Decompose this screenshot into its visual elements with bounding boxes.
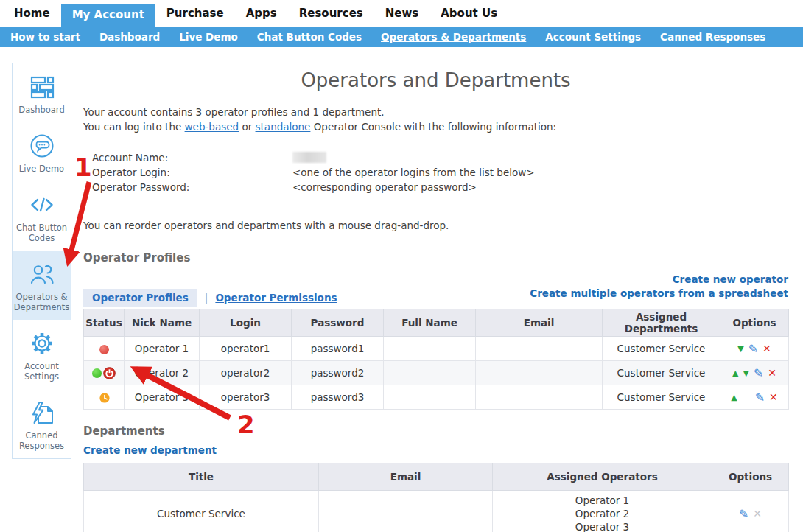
col-assigned-departments: Assigned Departments — [603, 309, 720, 337]
move-down-icon[interactable]: ▼ — [743, 368, 748, 378]
topnav-resources[interactable]: Resources — [288, 0, 374, 27]
email-cell — [476, 361, 603, 385]
move-up-icon[interactable]: ▲ — [731, 393, 737, 402]
account-sub-navigation: How to start Dashboard Live Demo Chat Bu… — [0, 27, 803, 47]
col-title: Title — [84, 463, 319, 491]
edit-icon[interactable]: ✎ — [739, 507, 748, 521]
topnav-purchase[interactable]: Purchase — [155, 0, 235, 27]
intro-text: Your account contains 3 operator profile… — [83, 105, 788, 134]
dashboard-icon — [28, 73, 56, 101]
intro-line-2: You can log into the web-based or standa… — [83, 119, 788, 134]
create-multiple-operators-link[interactable]: Create multiple operators from a spreads… — [530, 287, 788, 301]
delete-icon: ✕ — [753, 508, 762, 519]
delete-icon[interactable]: ✕ — [769, 391, 778, 403]
status-online-icon — [92, 368, 102, 378]
assigned-operator: Operator 2 — [494, 507, 711, 520]
subnav-account-settings[interactable]: Account Settings — [536, 31, 651, 43]
assigned-operator: Operator 3 — [494, 520, 711, 532]
operator-row-2[interactable]: Operator 2 operator2 password2 Customer … — [84, 361, 789, 385]
sidebar-label: Canned Responses — [14, 430, 69, 451]
department-row-1[interactable]: Customer Service Operator 1 Operator 2 O… — [84, 491, 789, 532]
subnav-dashboard[interactable]: Dashboard — [90, 31, 169, 43]
status-cell — [84, 337, 125, 361]
operator-profiles-table: Status Nick Name Login Password Full Nam… — [83, 309, 789, 410]
col-options: Options — [720, 309, 789, 337]
sidebar-item-canned-responses[interactable]: Canned Responses — [13, 389, 71, 458]
operator-table-controls: Create new operator Create multiple oper… — [83, 265, 788, 309]
status-cell — [84, 361, 125, 385]
topnav-news[interactable]: News — [374, 0, 430, 27]
operator-row-1[interactable]: Operator 1 operator1 password1 Customer … — [84, 337, 789, 361]
operator-row-3[interactable]: Operator 3 operator3 password3 Customer … — [84, 385, 789, 410]
sidebar-item-chat-button-codes[interactable]: Chat Button Codes — [13, 181, 71, 251]
topnav-my-account[interactable]: My Account — [61, 4, 155, 27]
status-away-clock-icon — [99, 393, 110, 403]
departments-table: Title Email Assigned Operators Options C… — [83, 463, 789, 532]
code-brackets-icon — [28, 191, 56, 219]
login-cell: operator3 — [200, 385, 292, 410]
sidebar-item-account-settings[interactable]: Account Settings — [13, 320, 71, 389]
col-status: Status — [84, 309, 125, 337]
topnav-home[interactable]: Home — [3, 0, 61, 27]
tab-operator-profiles[interactable]: Operator Profiles — [83, 289, 197, 307]
power-toggle-icon[interactable] — [103, 367, 116, 379]
sidebar-item-operators-departments[interactable]: Operators & Departments — [13, 251, 71, 320]
operator-password-label: Operator Password: — [92, 180, 292, 195]
sidebar-label: Operators & Departments — [14, 292, 70, 312]
operator-password-value: <corresponding operator password> — [292, 180, 477, 195]
assigned-departments-cell: Customer Service — [603, 385, 720, 410]
standalone-link[interactable]: standalone — [256, 121, 311, 133]
operator-table-header-row: Status Nick Name Login Password Full Nam… — [84, 309, 789, 337]
web-based-link[interactable]: web-based — [185, 121, 239, 133]
password-cell: password1 — [292, 337, 384, 361]
assigned-operator: Operator 1 — [494, 494, 711, 507]
live-demo-icon — [28, 132, 56, 160]
options-cell: ▲▼✎✕ — [720, 361, 789, 385]
edit-icon[interactable]: ✎ — [755, 391, 765, 405]
full-name-cell — [384, 361, 476, 385]
subnav-operators-departments[interactable]: Operators & Departments — [371, 31, 536, 43]
topnav-about-us[interactable]: About Us — [429, 0, 508, 27]
subnav-canned-responses[interactable]: Canned Responses — [651, 31, 775, 43]
edit-icon[interactable]: ✎ — [754, 366, 763, 380]
main-content: Operators and Departments Your account c… — [83, 65, 788, 532]
password-cell: password3 — [292, 385, 384, 410]
login-cell: operator2 — [200, 361, 292, 385]
create-operator-links: Create new operator Create multiple oper… — [530, 273, 788, 301]
sidebar-item-live-demo[interactable]: Live Demo — [13, 122, 71, 181]
move-down-icon[interactable]: ▼ — [737, 344, 743, 354]
subnav-how-to-start[interactable]: How to start — [1, 31, 90, 43]
operators-icon — [28, 260, 56, 288]
create-new-department-link[interactable]: Create new department — [83, 444, 217, 456]
operator-profiles-heading: Operator Profiles — [83, 251, 788, 265]
delete-icon[interactable]: ✕ — [762, 343, 771, 354]
departments-heading: Departments — [83, 424, 788, 438]
edit-icon[interactable]: ✎ — [748, 342, 758, 356]
options-cell: ▼✎✕ — [720, 337, 789, 361]
sidebar-label: Account Settings — [14, 361, 69, 382]
subnav-live-demo[interactable]: Live Demo — [169, 31, 248, 43]
col-full-name: Full Name — [384, 309, 476, 337]
subnav-chat-button-codes[interactable]: Chat Button Codes — [248, 31, 371, 43]
department-operators-cell: Operator 1 Operator 2 Operator 3 — [493, 491, 712, 532]
email-cell — [476, 385, 603, 410]
delete-icon[interactable]: ✕ — [768, 367, 776, 379]
sidebar-item-dashboard[interactable]: Dashboard — [13, 63, 71, 122]
top-navigation: Home My Account Purchase Apps Resources … — [0, 0, 803, 27]
topnav-apps[interactable]: Apps — [235, 0, 288, 27]
col-password: Password — [292, 309, 384, 337]
move-up-icon[interactable]: ▲ — [732, 368, 738, 378]
create-new-operator-link[interactable]: Create new operator — [530, 273, 788, 287]
sidebar-label: Dashboard — [18, 105, 64, 115]
page-title: Operators and Departments — [83, 69, 788, 91]
reorder-note: You can reorder operators and department… — [83, 220, 788, 231]
department-email-cell — [319, 491, 493, 532]
col-login: Login — [200, 309, 292, 337]
full-name-cell — [384, 337, 476, 361]
assigned-departments-cell: Customer Service — [603, 361, 720, 385]
tab-operator-permissions[interactable]: Operator Permissions — [215, 292, 337, 304]
operator-tabs: Operator Profiles | Operator Permissions — [83, 289, 337, 307]
col-options: Options — [712, 463, 789, 491]
col-email: Email — [319, 463, 493, 491]
nick-name-cell: Operator 2 — [125, 361, 200, 385]
